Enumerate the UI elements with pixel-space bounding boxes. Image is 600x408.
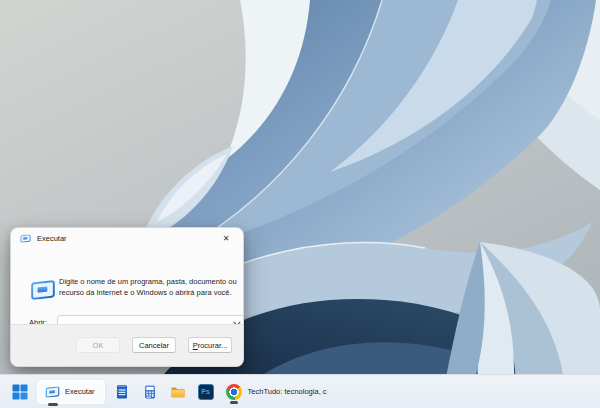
taskbar-run-label: Executar — [65, 387, 95, 396]
ok-button[interactable]: OK — [76, 337, 120, 353]
taskbar-notepad-button[interactable] — [114, 384, 130, 400]
taskbar-file-explorer-button[interactable] — [170, 384, 186, 400]
taskbar-run-button[interactable]: Executar — [37, 380, 105, 404]
running-indicator — [48, 403, 58, 406]
taskbar: Executar — [0, 374, 600, 408]
photoshop-icon: Ps — [198, 384, 214, 400]
cancel-button[interactable]: Cancelar — [132, 337, 176, 353]
chrome-icon — [226, 384, 242, 400]
dialog-title: Executar — [37, 234, 209, 243]
taskbar-calculator-button[interactable] — [142, 384, 158, 400]
start-icon — [12, 384, 28, 400]
run-window-icon-large — [30, 280, 56, 300]
notepad-icon — [114, 384, 130, 400]
run-window-icon — [45, 386, 60, 398]
desktop: Executar ✕ Digite o nome de um programa,… — [0, 0, 600, 408]
run-dialog-footer: OK Cancelar Procurar... — [11, 324, 243, 366]
running-indicator — [230, 401, 238, 404]
calculator-icon — [142, 384, 158, 400]
run-dialog-body: Digite o nome de um programa, pasta, doc… — [11, 249, 243, 331]
browse-button[interactable]: Procurar... — [188, 337, 232, 353]
run-dialog-message: Digite o nome de um programa, pasta, doc… — [59, 277, 244, 298]
run-dialog: Executar ✕ Digite o nome de um programa,… — [10, 227, 244, 367]
file-explorer-folder-icon — [170, 384, 186, 400]
chrome-icon-wrap — [226, 384, 242, 400]
chrome-window-title: TechTudo: tecnologia, c — [248, 387, 327, 396]
run-window-icon — [20, 234, 31, 243]
start-button[interactable] — [11, 383, 29, 401]
taskbar-chrome-window-button[interactable]: TechTudo: tecnologia, c — [226, 384, 327, 400]
run-dialog-titlebar[interactable]: Executar ✕ — [11, 228, 243, 249]
taskbar-photoshop-button[interactable]: Ps — [198, 384, 214, 400]
close-icon[interactable]: ✕ — [215, 231, 237, 246]
